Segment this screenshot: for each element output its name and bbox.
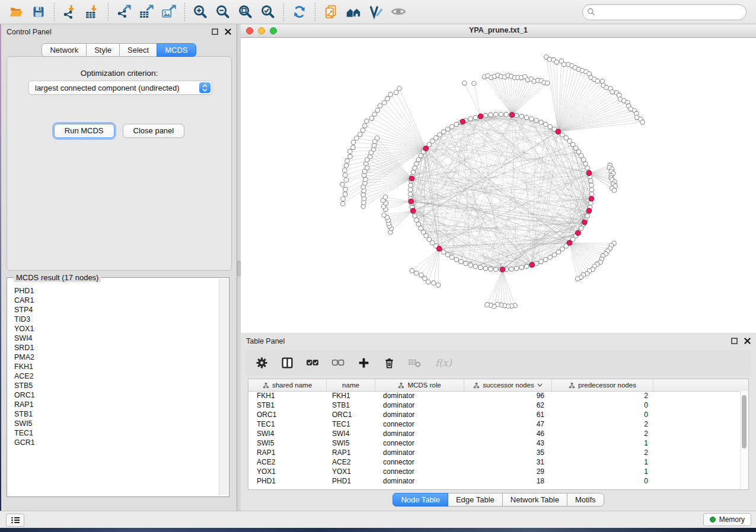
column-header-shared-name[interactable]: shared name [248, 379, 326, 391]
table-cell[interactable]: SWI4 [326, 429, 375, 438]
network-node[interactable] [351, 140, 356, 145]
network-node[interactable] [595, 79, 600, 84]
delete-table-button[interactable] [407, 355, 422, 370]
table-row[interactable]: STB1STB1dominator620 [248, 400, 741, 410]
mcds-result-item[interactable]: FKH1 [14, 362, 219, 371]
network-node[interactable] [556, 250, 561, 255]
table-cell[interactable]: 18 [464, 476, 551, 486]
network-node[interactable] [445, 127, 450, 132]
mcds-result-item[interactable]: SWI4 [14, 334, 219, 343]
tab-select[interactable]: Select [119, 43, 157, 57]
network-node[interactable] [552, 252, 557, 257]
tab-style[interactable]: Style [86, 43, 120, 57]
network-node[interactable] [493, 267, 498, 272]
tab-network-table[interactable]: Network Table [502, 493, 567, 507]
network-node[interactable] [449, 255, 454, 259]
table-settings-button[interactable] [254, 355, 269, 370]
table-cell[interactable]: 46 [464, 429, 551, 438]
network-node[interactable] [543, 257, 548, 262]
table-cell[interactable]: ORC1 [326, 410, 375, 419]
mcds-node[interactable] [529, 262, 534, 267]
network-node[interactable] [545, 81, 550, 86]
import-network-button[interactable] [60, 2, 80, 22]
table-cell[interactable]: RAP1 [326, 448, 375, 457]
table-cell[interactable]: YOX1 [326, 467, 375, 476]
table-cell[interactable]: 1 [551, 457, 653, 467]
network-node[interactable] [347, 149, 352, 154]
mcds-list-scrollbar[interactable] [219, 279, 228, 495]
table-row[interactable]: FKH1FKH1dominator962 [248, 391, 741, 400]
column-header-predecessor-nodes[interactable]: predecessor nodes [551, 379, 653, 391]
network-node[interactable] [610, 89, 615, 94]
network-node[interactable] [431, 281, 436, 286]
network-node[interactable] [375, 136, 379, 140]
table-cell[interactable]: 1 [551, 467, 653, 476]
table-row[interactable]: SWI5SWI5connector431 [248, 438, 741, 448]
tab-motifs[interactable]: Motifs [567, 493, 604, 507]
network-node[interactable] [560, 247, 565, 252]
network-node[interactable] [473, 264, 478, 269]
network-node[interactable] [454, 257, 459, 262]
table-cell[interactable]: dominator [375, 476, 464, 486]
network-node[interactable] [472, 81, 477, 86]
network-node[interactable] [468, 117, 473, 121]
table-cell[interactable]: SWI5 [326, 438, 375, 448]
network-node[interactable] [489, 267, 493, 271]
table-cell[interactable]: dominator [375, 410, 464, 419]
table-cell[interactable]: TEC1 [248, 419, 326, 429]
table-scrollbar[interactable] [740, 391, 748, 489]
network-node[interactable] [479, 265, 483, 270]
network-node[interactable] [543, 122, 548, 127]
mcds-node[interactable] [423, 146, 428, 151]
mcds-result-item[interactable]: ACE2 [14, 371, 219, 381]
table-cell[interactable]: connector [375, 438, 464, 448]
network-node[interactable] [600, 79, 605, 84]
network-node[interactable] [361, 128, 365, 133]
mcds-result-item[interactable]: RAP1 [14, 400, 219, 409]
network-node[interactable] [464, 261, 468, 266]
table-cell[interactable]: STB1 [248, 400, 326, 410]
network-node[interactable] [493, 112, 498, 117]
network-node[interactable] [369, 116, 374, 121]
mcds-node[interactable] [410, 208, 415, 213]
table-cell[interactable]: 2 [551, 448, 653, 457]
table-row[interactable]: SWI4SWI4dominator462 [248, 429, 741, 438]
table-cell[interactable]: 0 [551, 476, 653, 486]
vizmapper-button[interactable] [366, 2, 386, 22]
zoom-out-button[interactable] [213, 2, 233, 22]
network-node[interactable] [589, 179, 594, 184]
select-all-button[interactable] [305, 355, 320, 370]
mcds-node[interactable] [436, 246, 441, 251]
memory-button[interactable]: Memory [703, 513, 751, 526]
table-row[interactable]: YOX1YOX1connector291 [248, 467, 741, 476]
table-row[interactable]: RAP1RAP1dominator352 [248, 448, 741, 457]
network-node[interactable] [539, 259, 544, 264]
network-node[interactable] [345, 159, 350, 164]
network-node[interactable] [408, 192, 413, 197]
table-cell[interactable]: 0 [551, 400, 653, 410]
network-node[interactable] [385, 97, 390, 101]
network-file-button[interactable] [321, 2, 341, 22]
table-row[interactable]: TEC1TEC1connector472 [248, 419, 741, 429]
table-cell[interactable]: 96 [464, 391, 551, 400]
network-node[interactable] [539, 120, 544, 125]
network-node[interactable] [372, 112, 377, 117]
network-node[interactable] [354, 136, 359, 140]
network-node[interactable] [410, 268, 414, 273]
table-cell[interactable]: 2 [551, 391, 653, 400]
network-node[interactable] [473, 116, 478, 120]
table-cell[interactable]: ACE2 [326, 457, 375, 467]
network-node[interactable] [589, 183, 594, 188]
table-cell[interactable]: 62 [464, 400, 551, 410]
table-cell[interactable]: 47 [464, 419, 551, 429]
hide-panels-button[interactable] [388, 2, 409, 22]
mcds-node[interactable] [586, 171, 591, 175]
network-node[interactable] [483, 113, 488, 118]
table-cell[interactable]: PHD1 [326, 476, 375, 486]
mcds-result-item[interactable]: PMA2 [14, 352, 219, 362]
network-node[interactable] [413, 214, 417, 219]
network-node[interactable] [388, 92, 393, 97]
import-table-button[interactable] [82, 2, 103, 22]
add-column-button[interactable] [356, 355, 371, 370]
close-panel-button[interactable] [224, 28, 232, 36]
